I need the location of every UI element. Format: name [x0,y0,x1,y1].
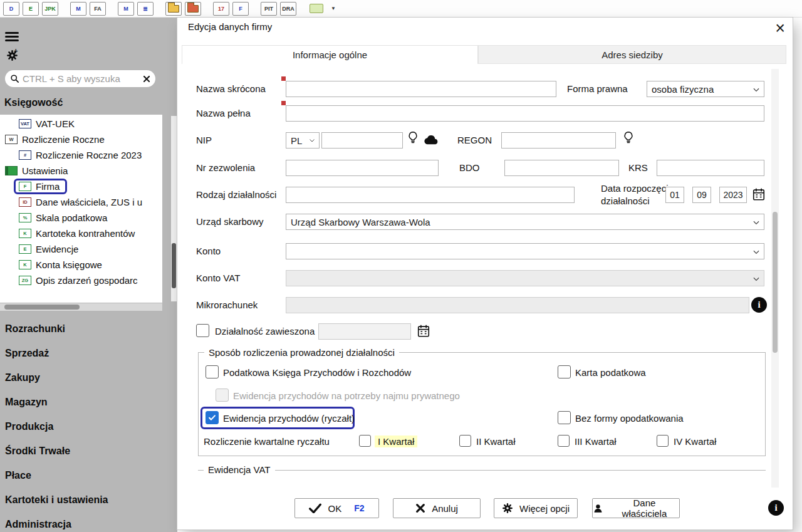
dra-icon: DRA [282,6,294,12]
more-options-button[interactable]: Więcej opcji [494,498,578,518]
ok-button[interactable]: OK F2 [294,498,379,518]
settings-gear-icon[interactable]: + [4,49,20,64]
regon-input[interactable] [501,132,616,149]
toolbar-doc-e-button[interactable]: E [23,2,39,16]
nip-country-select[interactable]: PL [286,132,320,149]
nip-country-value: PL [291,135,302,146]
field-label-forma-prawna: Forma prawna [567,83,628,94]
clear-search-icon[interactable] [143,75,150,83]
search-input[interactable] [23,73,140,84]
sidebar-item-place[interactable]: Płace [0,463,177,488]
start-month-input[interactable] [692,187,711,203]
sidebar-item-rozrachunki[interactable]: Rozrachunki [0,316,177,341]
cancel-button[interactable]: Anuluj [393,498,481,518]
kwartal-1-checkbox[interactable] [359,435,371,447]
tab-adres-siedziby[interactable]: Adres siedziby [478,45,786,64]
nazwa-pelna-input[interactable] [286,105,764,122]
mikrorachunek-input [286,297,749,313]
tree-item-rozliczenie-roczne-2023[interactable]: #Rozliczenie Roczne 2023 [0,147,162,163]
sidebar-item-administracja[interactable]: Administracja [0,512,177,532]
toolbar-list-button[interactable]: ≣ [137,2,154,16]
tree-item-opis-zdarzen[interactable]: ZGOpis zdarzeń gospodarc [0,273,162,288]
nr-zezwolenia-input[interactable] [286,160,439,176]
sidebar-section-ksiegowosc[interactable]: Księgowość [4,97,63,108]
kwartal-3-checkbox[interactable] [558,435,570,447]
krs-input[interactable] [657,160,764,176]
start-day-input[interactable] [665,187,684,203]
dzialalnosc-zawieszona-label: Działalność zawieszona [215,326,315,336]
calendar-icon[interactable] [417,324,430,338]
mikrorachunek-info-icon[interactable]: i [751,297,767,313]
toolbar-dra-button[interactable]: DRA [280,2,296,16]
karta-podatkowa-checkbox[interactable] [558,365,571,378]
toolbar-m1-button[interactable]: M [70,2,86,16]
konto-select[interactable] [286,243,764,259]
tree-item-rozliczenie-roczne[interactable]: WRozliczenie Roczne [0,132,162,147]
search-box [5,70,155,87]
ewidencja-vat-divider [198,470,766,471]
kwartal-1-label: I Kwartał [375,436,417,447]
tax-scale-icon: % [19,213,31,222]
owner-data-button[interactable]: Dane właściciela [592,498,680,518]
toolbar-doc-f-button[interactable]: F [232,2,249,16]
nip-lookup-bulb-icon[interactable] [407,130,419,145]
nazwa-skrocona-input[interactable] [286,81,556,97]
dialog-info-icon[interactable]: i [768,500,784,516]
karta-podatkowa-label: Karta podatkowa [575,367,646,378]
tree-item-kartoteka-kontrahentow[interactable]: KKartoteka kontrahentów [0,226,162,241]
toolbar-folder-red-button[interactable] [185,2,201,16]
toolbar-more-dropdown[interactable]: ▼ [328,2,339,16]
toolbar-doc-17-button[interactable]: 17 [213,2,229,16]
bez-formy-checkbox[interactable] [558,411,571,424]
tree-item-vat-uek[interactable]: VATVAT-UEK [0,116,162,132]
urzad-skarbowy-select[interactable]: Urząd Skarbowy Warszawa-Wola [286,214,764,230]
start-year-input[interactable] [719,187,747,203]
forma-prawna-value: osoba fizyczna [652,84,714,95]
cloud-fetch-icon[interactable] [423,134,439,145]
toolbar-pit-button[interactable]: PIT [261,2,277,16]
dialog-scrollbar-thumb[interactable] [773,212,778,353]
sidebar-item-zakupy[interactable]: Zakupy [0,365,177,390]
sidebar-item-produkcja[interactable]: Produkcja [0,414,177,439]
toolbar-note-button[interactable] [308,2,325,16]
tree-item-label: Rozliczenie Roczne [22,134,105,145]
pkpir-checkbox[interactable] [206,365,219,378]
close-icon[interactable]: × [775,18,785,39]
firma-icon: F [19,182,31,191]
toolbar-fa-button[interactable]: FA [90,2,106,16]
hamburger-menu-icon[interactable] [5,30,20,43]
regon-lookup-bulb-icon[interactable] [622,130,635,145]
nip-input[interactable] [321,132,403,149]
dzialalnosc-zawieszona-checkbox[interactable] [196,324,209,337]
tree-item-dane-wlasciciela[interactable]: IDDane właściciela, ZUS i u [0,194,162,210]
doc-e-icon: E [29,6,33,12]
sidebar-item-sprzedaz[interactable]: Sprzedaż [0,341,177,365]
ryczalt-checkbox[interactable] [206,411,219,424]
sidebar-item-kartoteki[interactable]: Kartoteki i ustawienia [0,488,177,512]
chevron-down-icon [752,248,761,256]
toolbar-folder-button[interactable] [165,2,182,16]
field-label-konto-vat: Konto VAT [196,273,240,283]
tree-item-ewidencje[interactable]: EEwidencje [0,241,162,257]
kwartal-4-checkbox[interactable] [657,435,669,447]
book-icon [5,166,18,175]
tree-item-ustawienia[interactable]: Ustawienia [0,163,162,179]
zawieszona-date-input [318,323,411,340]
toolbar-jpk-button[interactable]: JPK [42,2,58,16]
sidebar-item-magazyn[interactable]: Magazyn [0,390,177,414]
toolbar-m2-button[interactable]: M [118,2,134,16]
forma-prawna-select[interactable]: osoba fizyczna [647,81,764,97]
doc-f-icon: F [239,6,242,12]
tree-scrollbar-thumb[interactable] [172,243,176,288]
tree-item-skala-podatkowa[interactable]: %Skala podatkowa [0,210,162,226]
tree-hscrollbar-thumb[interactable] [4,305,80,310]
calendar-icon[interactable] [752,187,766,201]
kwartal-2-checkbox[interactable] [459,435,471,447]
bdo-input[interactable] [504,160,619,176]
tab-informacje-ogolne[interactable]: Informacje ogólne [182,45,478,64]
toolbar-doc-d-button[interactable]: D [3,2,19,16]
tree-item-firma[interactable]: FFirma [0,179,162,194]
rodzaj-dzialalnosci-input[interactable] [286,187,575,203]
sidebar-item-srodki-trwale[interactable]: Środki Trwałe [0,439,177,463]
tree-item-konta-ksiegowe[interactable]: KKonta księgowe [0,257,162,273]
